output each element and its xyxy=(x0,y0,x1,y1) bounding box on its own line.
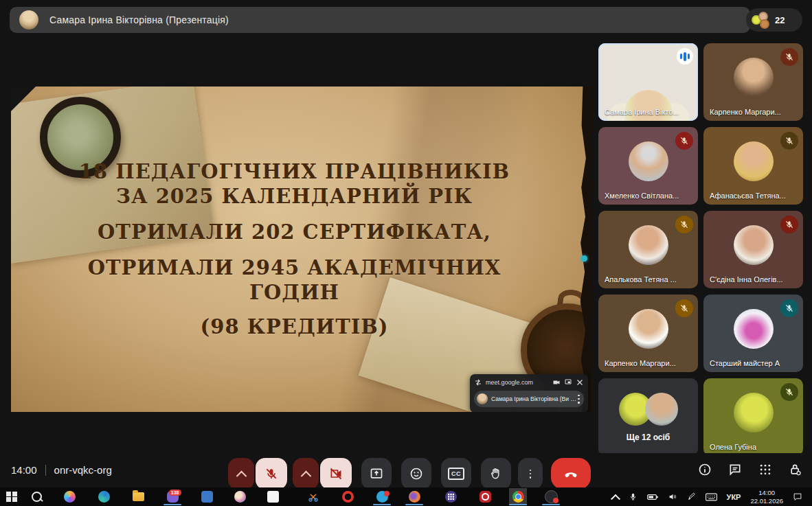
active-underline xyxy=(542,504,560,506)
tray-expand-button[interactable] xyxy=(612,494,619,501)
participant-grid: Самара Ірина Вікто... Карпенко Маргари..… xyxy=(598,43,803,456)
participant-name: Старший майстер А xyxy=(710,359,797,367)
mic-muted-icon xyxy=(780,48,798,66)
participant-tile[interactable]: Карпенко Маргари... xyxy=(703,43,803,121)
pip-url: meet.google.com xyxy=(486,379,549,386)
mic-muted-icon xyxy=(675,132,693,150)
close-icon[interactable] xyxy=(576,378,584,387)
slide-text-block: 18 ПЕДАГОГІЧНИХ ПРАЦІВНИКІВ ЗА 2025 КАЛЕ… xyxy=(38,159,550,339)
calculator-icon xyxy=(201,491,213,503)
participant-tile[interactable]: Хмеленко Світлана... xyxy=(598,127,698,205)
snipping-tool-app[interactable] xyxy=(304,488,322,505)
slide-line: (98 КРЕДИТІВ) xyxy=(38,314,550,339)
chevron-up-icon xyxy=(300,470,311,481)
more-options-icon[interactable] xyxy=(578,395,580,404)
search-button[interactable] xyxy=(27,488,45,505)
shared-presentation-slide: 18 ПЕДАГОГІЧНИХ ПРАЦІВНИКІВ ЗА 2025 КАЛЕ… xyxy=(11,87,591,412)
overflow-tile[interactable]: Ще 12 осіб xyxy=(598,378,698,456)
chat-icon[interactable] xyxy=(728,463,742,476)
mic-muted-icon xyxy=(675,299,693,317)
active-underline xyxy=(373,504,391,506)
emoji-icon xyxy=(409,467,423,481)
chrome-app-active[interactable] xyxy=(509,488,527,505)
obs-icon xyxy=(545,490,558,503)
camera-toggle-icon[interactable] xyxy=(552,378,561,387)
participant-tile[interactable]: Карпенко Маргари... xyxy=(598,295,698,372)
purple-grid-app[interactable] xyxy=(442,488,460,505)
pen-icon xyxy=(687,492,696,501)
copilot-app[interactable] xyxy=(60,488,78,505)
pip-participant-label: Самара Ірина Вікторівна (Ви (пока... xyxy=(491,395,576,402)
participant-tile[interactable]: Афанасьєва Тетяна... xyxy=(703,127,803,205)
end-call-button[interactable] xyxy=(551,458,591,490)
pip-avatar xyxy=(477,393,488,404)
start-button[interactable] xyxy=(3,488,21,505)
host-controls-icon[interactable] xyxy=(789,463,802,476)
camera-options-button[interactable] xyxy=(293,458,319,490)
slide-corner-cut xyxy=(11,87,36,111)
mic-muted-icon xyxy=(780,132,798,150)
obs-app[interactable] xyxy=(542,488,560,505)
present-button[interactable] xyxy=(361,458,392,490)
mic-icon xyxy=(629,492,638,501)
telegram-icon xyxy=(376,491,388,503)
edge-app[interactable] xyxy=(95,488,113,505)
camera-off-button[interactable] xyxy=(320,458,352,490)
tray-mic[interactable] xyxy=(629,492,638,501)
divider xyxy=(45,465,46,476)
info-icon[interactable] xyxy=(698,463,712,476)
meet-control-bar: 14:00 onr-vqkc-org xyxy=(0,453,812,487)
keyboard-icon xyxy=(706,493,717,501)
firefox-app[interactable] xyxy=(405,488,423,505)
mic-options-button[interactable] xyxy=(228,458,254,490)
file-explorer-app[interactable] xyxy=(129,488,147,505)
tray-keyboard[interactable] xyxy=(706,493,717,501)
viber-icon: 138 xyxy=(167,491,179,503)
tray-pen[interactable] xyxy=(687,492,696,501)
more-options-button[interactable] xyxy=(518,458,543,490)
camera-control-group xyxy=(293,458,352,490)
participant-name: Карпенко Маргари... xyxy=(605,359,692,367)
pip-expand-icon[interactable] xyxy=(564,378,572,387)
reactions-button[interactable] xyxy=(401,458,431,490)
overflow-count-label: Ще 12 осіб xyxy=(627,433,670,442)
participant-tile[interactable]: Старший майстер А xyxy=(703,295,803,372)
recorder-app[interactable] xyxy=(476,488,494,505)
chrome-icon xyxy=(515,494,521,500)
participant-tile[interactable]: Олена Губіна xyxy=(703,378,803,456)
folder-icon xyxy=(133,492,144,501)
viber-app[interactable]: 138 xyxy=(163,488,181,505)
tray-clock[interactable]: 14:00 22.01.2026 xyxy=(750,489,783,505)
tray-volume[interactable] xyxy=(668,492,677,501)
participant-tile[interactable]: Самара Ірина Вікто... xyxy=(598,43,698,121)
windows-logo-icon xyxy=(6,492,17,503)
participant-count-pill[interactable]: 22 xyxy=(746,8,802,32)
presenter-title: Самара Ірина Вікторівна (Презентація) xyxy=(49,14,229,25)
slide-line: 18 ПЕДАГОГІЧНИХ ПРАЦІВНИКІВ xyxy=(38,159,550,184)
avatar xyxy=(629,141,668,181)
participant-tile[interactable]: Апалькова Тетяна ... xyxy=(598,211,698,288)
more-options-icon xyxy=(530,470,532,479)
paint-app[interactable] xyxy=(231,488,249,505)
participant-tile[interactable]: С'єдіна Інна Олегів... xyxy=(703,211,803,288)
meeting-time: 14:00 xyxy=(11,464,37,476)
notification-center-button[interactable] xyxy=(793,492,802,501)
activities-grid-icon[interactable] xyxy=(758,463,772,476)
telegram-app[interactable] xyxy=(373,488,391,505)
captions-button[interactable]: CC xyxy=(441,458,471,490)
raise-hand-button[interactable] xyxy=(481,458,511,490)
avatar xyxy=(734,58,774,97)
avatar xyxy=(629,309,668,349)
language-indicator[interactable]: УКР xyxy=(727,493,741,501)
tray-battery[interactable] xyxy=(647,493,658,501)
opera-app[interactable] xyxy=(339,488,357,505)
calculator-app[interactable] xyxy=(198,488,216,505)
pip-self-tile[interactable]: Самара Ірина Вікторівна (Ви (пока... xyxy=(474,391,584,407)
mic-off-button[interactable] xyxy=(256,458,287,490)
tab-swap-icon xyxy=(474,378,482,387)
opera-icon xyxy=(342,491,354,503)
system-tray: УКР 14:00 22.01.2026 xyxy=(612,487,812,506)
meet-pip-window[interactable]: meet.google.com Самара Ірина Вікторівна … xyxy=(470,374,588,412)
meeting-code: onr-vqkc-org xyxy=(54,464,112,476)
store-app[interactable] xyxy=(264,488,282,505)
